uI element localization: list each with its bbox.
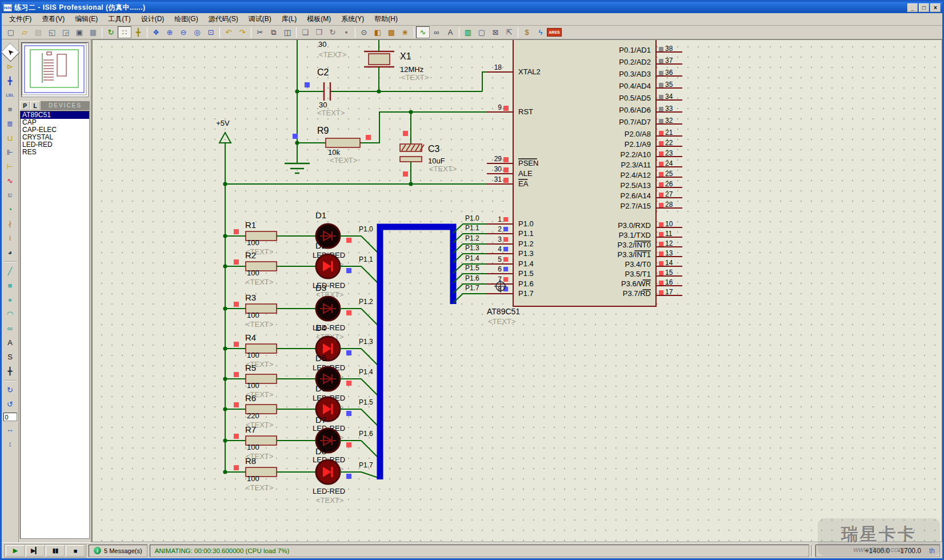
ground-net[interactable]	[285, 40, 310, 173]
xtal2-wire[interactable]	[482, 72, 487, 91]
minimize-button[interactable]: _	[907, 3, 918, 12]
rotation-angle-input[interactable]	[3, 413, 17, 421]
electrical-rules-check-button[interactable]: ϟ	[534, 26, 547, 38]
2d-symbol-tool[interactable]: S	[3, 350, 17, 363]
text-script-tool[interactable]: ≡	[3, 103, 17, 116]
resistor-R3[interactable]: R3100<TEXT>	[223, 293, 316, 329]
generator-tool[interactable]: ◔	[3, 203, 17, 216]
new-sheet-button[interactable]: ▢	[475, 26, 489, 38]
pick-device-button[interactable]: ⊙	[357, 26, 371, 38]
subcircuit-tool[interactable]: ⊔	[3, 131, 17, 145]
packaging-tool-button[interactable]: ▩	[385, 26, 398, 38]
2d-line-tool[interactable]: ╱	[3, 265, 17, 278]
resistor-R9[interactable]: R910k<TEXT>	[293, 110, 487, 165]
close-button[interactable]: ×	[930, 3, 941, 12]
menu-item-1[interactable]: 查看(V)	[37, 13, 70, 25]
zoom-in-button[interactable]: ⊕	[163, 26, 177, 38]
stop-button[interactable]: ■	[66, 545, 85, 557]
device-list[interactable]: AT89C51CAPCAP-ELECCRYSTALLED-REDRES	[20, 111, 90, 539]
pan-view-button[interactable]: ❖	[149, 26, 163, 38]
bill-of-materials-button[interactable]: $	[520, 26, 534, 38]
step-button[interactable]: ▶▎	[26, 545, 45, 557]
graph-tool[interactable]: ∿	[3, 174, 17, 187]
copy-button[interactable]: ⧉	[267, 26, 281, 38]
menu-item-2[interactable]: 编辑(E)	[70, 13, 103, 25]
rotate-ccw-tool[interactable]: ↺	[3, 398, 17, 411]
save-file-button[interactable]: ▤	[31, 26, 45, 38]
p1-bus-entries[interactable]: P1.0P1.1P1.2P1.3P1.4P1.5P1.6P1.7	[453, 214, 487, 303]
p1-bus[interactable]	[380, 227, 453, 479]
print-button[interactable]: ▣	[73, 26, 86, 38]
menu-item-8[interactable]: 库(L)	[277, 13, 302, 25]
export-section-button[interactable]: ◲	[59, 26, 73, 38]
paste-button[interactable]: ◫	[281, 26, 294, 38]
open-file-button[interactable]: ▱	[18, 26, 31, 38]
menu-item-0[interactable]: 文件(F)	[4, 13, 37, 25]
2d-arc-tool[interactable]: ◠	[3, 307, 17, 321]
device-item-RES[interactable]: RES	[21, 149, 89, 156]
crystal-X1[interactable]: X112MHz<TEXT>	[364, 40, 429, 91]
resistor-R1[interactable]: R1100<TEXT>	[223, 220, 316, 256]
capacitor-C3[interactable]: C310uF<TEXT>	[400, 112, 457, 184]
junction-tool[interactable]: ╋	[3, 74, 17, 87]
2d-box-tool[interactable]: ■	[3, 279, 17, 292]
menu-item-11[interactable]: 帮助(H)	[369, 13, 403, 25]
current-probe-tool[interactable]: ≀	[3, 231, 17, 245]
wire-label-tool[interactable]: LBL	[3, 89, 17, 102]
device-pin-tool[interactable]: ⊢	[3, 160, 17, 173]
message-panel[interactable]: i 5 Message(s)	[89, 545, 147, 557]
menu-item-10[interactable]: 系统(Y)	[336, 13, 369, 25]
pick-parts-button[interactable]: P	[20, 101, 30, 110]
terminal-tool[interactable]: ⊩	[3, 146, 17, 159]
make-device-button[interactable]: ◧	[371, 26, 385, 38]
zoom-out-button[interactable]: ⊖	[177, 26, 190, 38]
new-file-button[interactable]: ▢	[4, 26, 18, 38]
schematic-canvas[interactable]: AT89C51<TEXT>18XTAL29RST29PSEN30ALE31EA1…	[92, 39, 942, 542]
2d-circle-tool[interactable]: ●	[3, 293, 17, 306]
import-section-button[interactable]: ◱	[45, 26, 59, 38]
2d-path-tool[interactable]: ∞	[3, 322, 17, 335]
2d-marker-tool[interactable]: ╋	[3, 365, 17, 378]
redo-button[interactable]: ↷	[235, 26, 249, 38]
mirror-horizontal-tool[interactable]: ↔	[3, 423, 17, 436]
block-delete-button[interactable]: ▪	[339, 26, 353, 38]
title-bar[interactable]: isis 练习二 - ISIS Professional (仿真中......)…	[2, 2, 942, 13]
mark-output-area-button[interactable]: ▦	[86, 26, 100, 38]
netlist-to-ares-button[interactable]: ARES	[547, 26, 561, 38]
decompose-button[interactable]: ⋇	[398, 26, 412, 38]
mirror-vertical-tool[interactable]: ↕	[3, 437, 17, 450]
zoom-all-button[interactable]: ◎	[190, 26, 204, 38]
bus-tool[interactable]: ≣	[3, 117, 17, 130]
menu-item-6[interactable]: 源代码(S)	[203, 13, 243, 25]
toggle-grid-button[interactable]: ∷	[118, 26, 131, 38]
2d-text-tool[interactable]: A	[3, 336, 17, 349]
overview-minimap[interactable]	[21, 42, 89, 97]
instruments-tool[interactable]: ◕	[3, 246, 17, 259]
undo-button[interactable]: ↶	[222, 26, 235, 38]
library-manage-button[interactable]: L	[30, 101, 40, 110]
cut-button[interactable]: ✂	[253, 26, 267, 38]
menu-item-9[interactable]: 模板(M)	[302, 13, 336, 25]
block-move-button[interactable]: ❒	[312, 26, 326, 38]
led-D8[interactable]: D8LED-RED<TEXT>P1.7	[313, 446, 380, 505]
voltage-probe-tool[interactable]: ∤	[3, 217, 17, 230]
play-button[interactable]: ▶	[6, 545, 25, 557]
menu-item-4[interactable]: 设计(D)	[136, 13, 170, 25]
component-tool[interactable]: ⊳	[3, 60, 17, 73]
resistor-R8[interactable]: R8100<TEXT>	[223, 456, 316, 492]
maximize-button[interactable]: □	[919, 3, 929, 12]
false-origin-button[interactable]: ╋	[131, 26, 145, 38]
capacitor-C2[interactable]: C230<TEXT>	[297, 67, 482, 117]
menu-item-3[interactable]: 工具(T)	[103, 13, 135, 25]
resistor-R7[interactable]: R7100<TEXT>	[223, 425, 316, 461]
goto-sheet-button[interactable]: ⇱	[502, 26, 516, 38]
pause-button[interactable]: ▮▮	[46, 545, 65, 557]
rotate-cw-tool[interactable]: ↻	[3, 383, 17, 397]
redraw-button[interactable]: ↻	[104, 26, 118, 38]
search-tags-button[interactable]: ∞	[430, 26, 443, 38]
block-rotate-button[interactable]: ↻	[326, 26, 339, 38]
selection-tool[interactable]: ➤	[1, 43, 19, 62]
design-explorer-button[interactable]: ▥	[461, 26, 475, 38]
mcu-p1-pins[interactable]: 1P1.02P1.13P1.24P1.35P1.46P1.57P1.68P1.7	[487, 215, 534, 298]
tape-recorder-tool[interactable]: ◱	[3, 189, 17, 202]
